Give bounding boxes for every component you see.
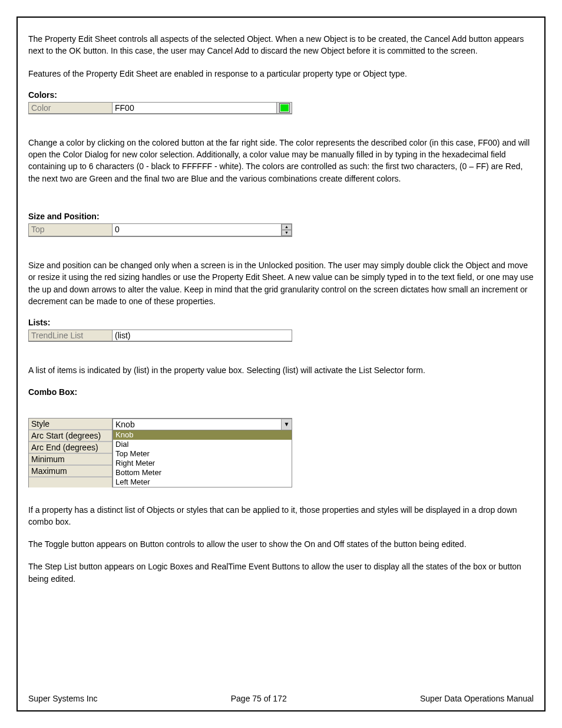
combo-heading: Combo Box: <box>28 387 534 397</box>
combo-selected-value: Knob <box>113 419 281 430</box>
combo-right-column: Knob ▼ Knob Dial Top Meter Right Meter B… <box>112 419 292 487</box>
combo-option[interactable]: Left Meter <box>113 477 292 487</box>
colors-text: Change a color by clicking on the colore… <box>28 137 534 185</box>
combo-left-row: Arc Start (degrees) <box>29 430 112 442</box>
sizepos-spinner: ▲ ▼ <box>281 224 292 236</box>
sizepos-field-row: Top 0 ▲ ▼ <box>28 223 292 237</box>
combo-option[interactable]: Right Meter <box>113 459 292 468</box>
lists-field-label: TrendLine List <box>29 330 113 341</box>
combo-option[interactable]: Knob <box>113 430 292 440</box>
combo-option[interactable]: Dial <box>113 440 292 449</box>
chevron-down-icon[interactable]: ▼ <box>281 419 292 430</box>
combo-left-row: Minimum <box>29 454 112 466</box>
spinner-up-icon[interactable]: ▲ <box>282 224 292 230</box>
color-field-value[interactable]: FF00 <box>113 103 276 113</box>
color-field-label: Color <box>29 103 113 113</box>
footer-left: Super Systems Inc <box>28 694 98 703</box>
lists-field-value[interactable]: (list) <box>113 330 292 341</box>
footer-center: Page 75 of 172 <box>231 694 287 703</box>
lists-text: A list of items is indicated by (list) i… <box>28 364 534 376</box>
footer-right: Super Data Operations Manual <box>420 694 534 703</box>
combo-text-1: If a property has a distinct list of Obj… <box>28 504 534 528</box>
sizepos-text: Size and position can be changed only wh… <box>28 259 534 307</box>
page-footer: Super Systems Inc Page 75 of 172 Super D… <box>28 694 534 703</box>
intro-paragraph-2: Features of the Property Edit Sheet are … <box>28 68 534 80</box>
lists-heading: Lists: <box>28 318 534 327</box>
combo-dropdown: Knob Dial Top Meter Right Meter Bottom M… <box>113 430 292 487</box>
combo-left-row: Maximum <box>29 466 112 477</box>
sizepos-field-label: Top <box>29 224 113 236</box>
combo-block: Style Arc Start (degrees) Arc End (degre… <box>28 418 534 487</box>
color-swatch-icon <box>279 103 290 113</box>
lists-field-row: TrendLine List (list) <box>28 330 292 342</box>
sizepos-field-value[interactable]: 0 <box>113 224 281 236</box>
combo-text-2: The Toggle button appears on Button cont… <box>28 538 534 550</box>
sizepos-heading: Size and Position: <box>28 212 534 221</box>
combo-left-row: Arc End (degrees) <box>29 442 112 454</box>
combo-option[interactable]: Top Meter <box>113 449 292 459</box>
combo-left-row: Style <box>29 419 112 430</box>
page-frame: The Property Edit Sheet controls all asp… <box>16 17 546 711</box>
combo-option[interactable]: Bottom Meter <box>113 468 292 477</box>
color-swatch-button[interactable] <box>276 103 292 113</box>
combo-left-column: Style Arc Start (degrees) Arc End (degre… <box>28 419 112 487</box>
spinner-down-icon[interactable]: ▼ <box>282 230 292 236</box>
intro-paragraph-1: The Property Edit Sheet controls all asp… <box>28 33 534 57</box>
color-field-row: Color FF00 <box>28 102 292 114</box>
combo-text-3: The Step List button appears on Logic Bo… <box>28 561 534 585</box>
colors-heading: Colors: <box>28 90 534 100</box>
combo-select[interactable]: Knob ▼ <box>113 419 292 430</box>
